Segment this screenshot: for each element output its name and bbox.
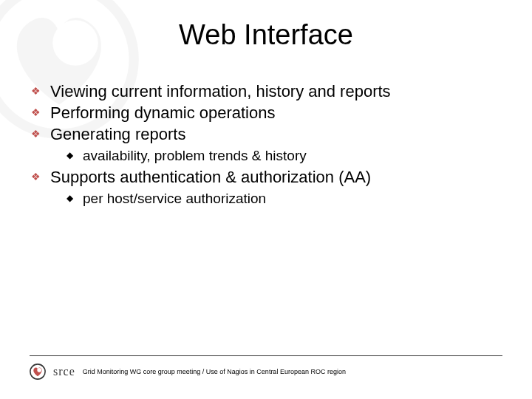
bullet-item: ❖Generating reports — [30, 124, 502, 144]
dot-bullet-icon: ◆ — [66, 147, 83, 163]
svg-point-3 — [37, 368, 41, 372]
footer-logo-icon — [30, 364, 46, 380]
footer-brand-text: srce — [53, 365, 75, 378]
diamond-bullet-icon: ❖ — [30, 124, 50, 143]
diamond-bullet-icon: ❖ — [30, 103, 50, 122]
slide-footer: srce Grid Monitoring WG core group meeti… — [30, 364, 502, 380]
bullet-item: ❖Supports authentication & authorization… — [30, 167, 502, 187]
bullet-item: ❖Performing dynamic operations — [30, 103, 502, 123]
sub-bullet-item: ◆availability, problem trends & history — [66, 147, 502, 164]
slide-title: Web Interface — [0, 19, 532, 51]
diamond-bullet-icon: ❖ — [30, 167, 50, 186]
dot-bullet-icon: ◆ — [66, 190, 83, 206]
sub-bullet-item: ◆per host/service authorization — [66, 190, 502, 207]
sub-bullet-text: availability, problem trends & history — [83, 147, 307, 164]
footer-caption: Grid Monitoring WG core group meeting / … — [83, 368, 346, 375]
diamond-bullet-icon: ❖ — [30, 81, 50, 100]
bullet-item: ❖Viewing current information, history an… — [30, 81, 502, 101]
bullet-text: Generating reports — [50, 124, 185, 144]
bullet-text: Viewing current information, history and… — [50, 81, 391, 101]
slide-body: ❖Viewing current information, history an… — [30, 81, 502, 210]
bullet-text: Supports authentication & authorization … — [50, 167, 371, 187]
sub-bullet-text: per host/service authorization — [83, 190, 266, 207]
bullet-text: Performing dynamic operations — [50, 103, 275, 123]
footer-divider — [30, 355, 502, 356]
